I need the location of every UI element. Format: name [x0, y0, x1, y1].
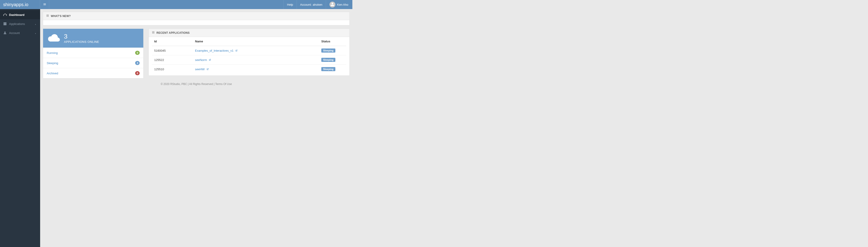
user-menu[interactable]: Ken Aho	[326, 0, 352, 9]
stat-badge-running: 0	[135, 51, 140, 55]
cell-id: 125522	[152, 55, 193, 65]
account-name: ahoken	[313, 3, 322, 6]
avatar	[330, 2, 335, 7]
whats-new-header: WHAT'S NEW?	[43, 12, 349, 20]
footer-copyright: © 2020 RStudio, PBC | All Rights Reserve…	[161, 82, 215, 86]
stat-label: Running	[47, 51, 135, 55]
app-name: seeNorm	[195, 58, 207, 62]
grid-icon	[3, 22, 7, 26]
col-name: Name	[193, 37, 319, 46]
status-badge: Sleeping	[321, 58, 335, 62]
stat-label: Sleeping	[47, 61, 135, 65]
account-link[interactable]: Account: ahoken	[297, 0, 326, 9]
cell-id: 125510	[152, 65, 193, 74]
app-link[interactable]: seeNorm	[195, 58, 211, 62]
app-name: seeHW	[195, 68, 205, 71]
sidebar-item-label: Account	[9, 31, 35, 35]
sidebar-toggle[interactable]	[40, 0, 49, 9]
cloud-icon	[3, 13, 7, 16]
recent-apps-panel: RECENT APPLICATIONS Id Name Status	[149, 29, 350, 76]
status-badge: Sleeping	[321, 67, 335, 71]
help-label: Help	[287, 3, 293, 6]
brand[interactable]: shinyapps.io	[0, 0, 40, 9]
stat-badge-archived: 0	[135, 71, 140, 75]
recent-apps-title: RECENT APPLICATIONS	[156, 31, 190, 34]
sidebar-item-account[interactable]: Account	[0, 28, 40, 37]
cell-id: 5160045	[152, 46, 193, 55]
user-name: Ken Aho	[337, 3, 348, 6]
apps-summary-header: 3 APPLICATIONS ONLINE	[43, 29, 143, 47]
person-icon	[330, 2, 335, 7]
table-row: 125510 seeHW Sleeping	[152, 65, 346, 74]
chevron-right-icon	[35, 32, 37, 34]
table-row: 5160045 Examples_of_Interactives_v1 Slee…	[152, 46, 346, 55]
whats-new-title: WHAT'S NEW?	[51, 14, 71, 18]
panel-grid-icon	[46, 14, 49, 18]
sidebar: Dashboard Applications Account	[0, 9, 40, 247]
recent-apps-header: RECENT APPLICATIONS	[149, 29, 349, 37]
sidebar-item-label: Applications	[9, 22, 35, 26]
stat-label: Archived	[47, 72, 135, 75]
apps-summary-panel: 3 APPLICATIONS ONLINE Running 0 Sleeping…	[43, 29, 144, 78]
stat-row-archived[interactable]: Archived 0	[43, 68, 143, 78]
stat-row-running[interactable]: Running 0	[43, 47, 143, 58]
apps-online-label: APPLICATIONS ONLINE	[64, 40, 99, 43]
whats-new-panel: WHAT'S NEW?	[43, 12, 350, 25]
app-link[interactable]: seeHW	[195, 68, 209, 71]
external-link-icon	[234, 49, 238, 52]
external-link-icon	[206, 68, 209, 71]
table-row: 125522 seeNorm Sleeping	[152, 55, 346, 65]
sidebar-item-dashboard[interactable]: Dashboard	[0, 10, 40, 19]
footer: © 2020 RStudio, PBC | All Rights Reserve…	[43, 79, 350, 88]
account-label: Account:	[300, 3, 312, 6]
whats-new-body	[43, 20, 349, 25]
sidebar-item-applications[interactable]: Applications	[0, 19, 40, 28]
apps-online-count: 3	[64, 33, 99, 40]
app-name: Examples_of_Interactives_v1	[195, 49, 234, 52]
col-id: Id	[152, 37, 193, 46]
stat-badge-sleeping: 3	[135, 61, 140, 65]
hamburger-icon	[43, 3, 46, 7]
sidebar-item-label: Dashboard	[9, 13, 37, 16]
col-status: Status	[319, 37, 346, 46]
header-bar: shinyapps.io Help Account: ahoken Ken Ah…	[0, 0, 352, 9]
external-link-icon	[208, 58, 211, 62]
person-icon	[3, 31, 7, 35]
app-link[interactable]: Examples_of_Interactives_v1	[195, 49, 238, 52]
chevron-right-icon	[35, 23, 37, 25]
panel-grid-icon	[152, 31, 155, 34]
help-link[interactable]: Help	[283, 0, 297, 9]
cloud-icon	[48, 34, 60, 43]
status-badge: Sleeping	[321, 48, 335, 52]
footer-terms-link[interactable]: Terms Of Use	[215, 82, 232, 86]
recent-apps-table: Id Name Status 5160045	[152, 37, 346, 74]
main-content: WHAT'S NEW? 3 APPLICATIONS ONLINE	[40, 9, 352, 247]
stat-row-sleeping[interactable]: Sleeping 3	[43, 58, 143, 68]
